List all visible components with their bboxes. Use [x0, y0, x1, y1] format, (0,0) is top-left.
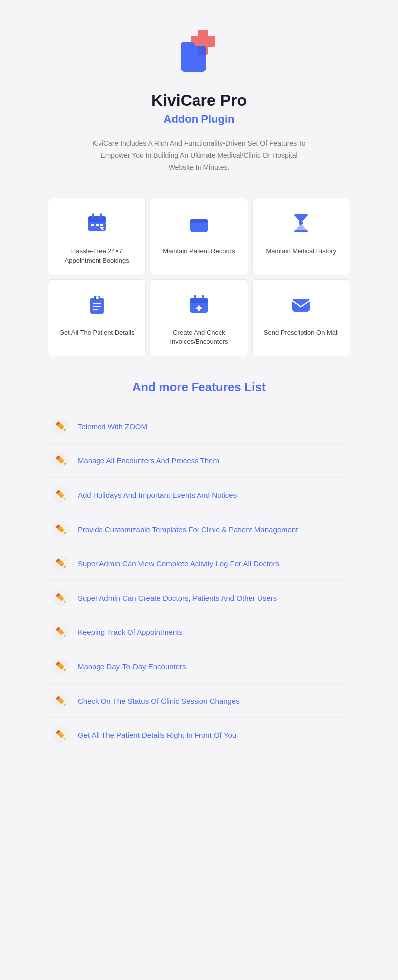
- svg-rect-4: [181, 42, 195, 50]
- feature-card-label-patient-details: Get All The Patient Details: [56, 328, 137, 337]
- svg-rect-8: [92, 213, 94, 218]
- svg-rect-5: [198, 46, 206, 55]
- feature-card-label-prescription-mail: Send Prescription On Mail: [261, 328, 342, 337]
- feature-list: Telemed With ZOOM Manage All Encounters …: [48, 409, 350, 752]
- svg-rect-9: [100, 213, 102, 218]
- feature-list-item-templates: Provide Customizable Templates For Clini…: [48, 512, 350, 546]
- svg-rect-31: [196, 307, 202, 309]
- hourglass-icon: [261, 212, 342, 239]
- features-grid: Hassle-Free 24×7 Appointment Bookings Ma…: [48, 198, 350, 356]
- feature-list-text: Check On The Status Of Clinic Session Ch…: [78, 696, 240, 706]
- feature-list-item-activity-log: Super Admin Can View Complete Activity L…: [48, 546, 350, 581]
- pencil-icon: [52, 657, 70, 675]
- svg-rect-7: [88, 216, 106, 222]
- app-title: KiviCare Pro: [50, 91, 348, 110]
- calendar-plus-icon: [158, 294, 239, 320]
- feature-list-item-track-appointments: Keeping Track Of Appointments: [48, 615, 350, 649]
- feature-list-item-holidays: Add Holidays And Important Events And No…: [48, 478, 350, 512]
- pencil-icon: [52, 692, 70, 710]
- svg-rect-12: [100, 224, 103, 226]
- pencil-icon: [52, 451, 70, 469]
- svg-rect-32: [292, 299, 310, 312]
- feature-list-item-encounters: Manage All Encounters And Process Them: [48, 444, 350, 478]
- feature-card-patient-records: Maintain Patient Records: [150, 198, 248, 275]
- feature-list-item-clinic-session: Check On The Status Of Clinic Session Ch…: [48, 684, 350, 718]
- svg-rect-28: [194, 295, 196, 300]
- feature-list-item-create-users: Super Admin Can Create Doctors, Patients…: [48, 581, 350, 615]
- feature-list-text: Manage All Encounters And Process Them: [78, 455, 219, 466]
- feature-list-text: Telemed With ZOOM: [78, 421, 147, 432]
- svg-rect-27: [190, 298, 208, 303]
- feature-card-medical-history: Maintain Medical History: [252, 198, 350, 275]
- svg-point-19: [298, 222, 303, 225]
- feature-card-label-patient-records: Maintain Patient Records: [158, 247, 239, 256]
- pencil-icon: [52, 623, 70, 641]
- pencil-icon: [52, 554, 70, 572]
- pencil-icon: [52, 417, 70, 435]
- feature-list-item-day-encounters: Manage Day-To-Day Encounters: [48, 649, 350, 684]
- pencil-icon: [52, 726, 70, 744]
- more-features-title: And more Features List: [48, 380, 350, 394]
- envelope-icon: [261, 294, 342, 320]
- svg-rect-10: [91, 224, 94, 226]
- feature-card-label-invoices: Create And Check Invoices/Encounters: [158, 328, 239, 346]
- feature-card-hassle-free: Hassle-Free 24×7 Appointment Bookings: [48, 198, 146, 275]
- feature-list-text: Keeping Track Of Appointments: [78, 627, 183, 637]
- app-subtitle: Addon Plugin: [50, 113, 348, 126]
- more-features-section: And more Features List Telemed With ZOOM…: [40, 365, 358, 762]
- feature-list-text: Add Holidays And Important Events And No…: [78, 490, 237, 500]
- app-description: KiviCare Includes A Rich And Functionali…: [90, 138, 308, 173]
- svg-rect-24: [93, 309, 98, 310]
- folder-icon: [158, 212, 239, 239]
- svg-rect-23: [93, 306, 101, 307]
- feature-card-prescription-mail: Send Prescription On Mail: [252, 279, 350, 356]
- feature-card-invoices: Create And Check Invoices/Encounters: [150, 279, 248, 356]
- svg-rect-17: [294, 214, 308, 216]
- logo: [172, 25, 226, 80]
- feature-card-patient-details: Get All The Patient Details: [48, 279, 146, 356]
- pencil-icon: [52, 589, 70, 607]
- pencil-icon: [52, 486, 70, 504]
- feature-card-label-hassle-free: Hassle-Free 24×7 Appointment Bookings: [56, 247, 137, 265]
- feature-list-text: Super Admin Can View Complete Activity L…: [78, 558, 279, 569]
- feature-list-text: Manage Day-To-Day Encounters: [78, 661, 186, 672]
- svg-rect-11: [96, 224, 99, 226]
- feature-card-label-medical-history: Maintain Medical History: [261, 247, 342, 256]
- header-section: KiviCare Pro Addon Plugin KiviCare Inclu…: [40, 0, 358, 188]
- calendar-icon: [56, 212, 137, 239]
- feature-list-item-telemed: Telemed With ZOOM: [48, 409, 350, 444]
- svg-rect-29: [202, 295, 204, 300]
- svg-rect-16: [190, 219, 208, 223]
- svg-rect-18: [294, 230, 308, 232]
- svg-rect-22: [93, 303, 101, 304]
- feature-list-text: Get All The Patient Details Right In Fro…: [78, 730, 236, 740]
- pencil-icon: [52, 520, 70, 538]
- feature-list-text: Provide Customizable Templates For Clini…: [78, 524, 298, 535]
- feature-list-item-patient-front: Get All The Patient Details Right In Fro…: [48, 718, 350, 752]
- svg-point-25: [96, 296, 99, 299]
- features-grid-section: Hassle-Free 24×7 Appointment Bookings Ma…: [40, 188, 358, 365]
- feature-list-text: Super Admin Can Create Doctors, Patients…: [78, 593, 277, 603]
- clipboard-icon: [56, 294, 137, 320]
